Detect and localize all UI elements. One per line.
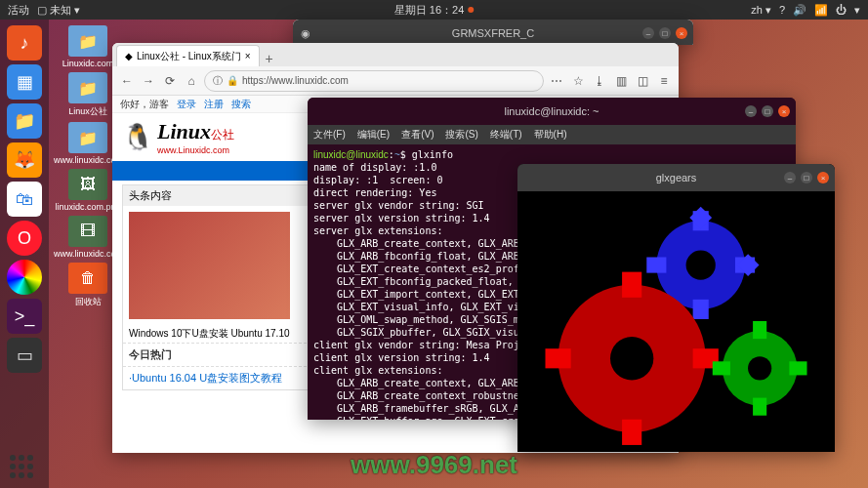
lock-icon: 🔒 — [227, 75, 238, 86]
menu-help[interactable]: 帮助(H) — [534, 128, 567, 142]
back-button[interactable]: ← — [118, 72, 136, 90]
dock-files-icon[interactable]: 📁 — [7, 103, 42, 139]
svg-rect-2 — [693, 300, 709, 319]
menu-edit[interactable]: 编辑(E) — [357, 128, 390, 142]
greeting: 你好，游客 — [120, 98, 169, 111]
terminal-menubar: 文件(F) 编辑(E) 查看(V) 搜索(S) 终端(T) 帮助(H) — [308, 125, 796, 144]
sidebar-icon[interactable]: ◫ — [634, 72, 651, 90]
glxgears-title: glxgears — [656, 172, 697, 183]
minimize-button[interactable]: – — [784, 172, 796, 183]
gnome-topbar: 活动 ▢ 未知 ▾ 星期日 16：24 zh ▾ ? 🔊 📶 ⏻ ▾ — [0, 0, 868, 20]
reload-button[interactable]: ⟳ — [161, 72, 179, 90]
clock[interactable]: 星期日 16：24 — [394, 3, 465, 18]
close-button[interactable]: × — [778, 105, 790, 117]
folder-icon: 📁 — [68, 122, 107, 153]
disc-icon: ◉ — [301, 27, 310, 40]
minimize-button[interactable]: – — [745, 105, 757, 117]
maximize-button[interactable]: □ — [659, 27, 671, 39]
new-tab-button[interactable]: + — [260, 51, 279, 66]
menu-icon[interactable]: ≡ — [655, 72, 673, 90]
close-button[interactable]: × — [817, 172, 829, 183]
dock-firefox-icon[interactable]: 🦊 — [7, 142, 42, 178]
minimize-button[interactable]: – — [642, 27, 654, 39]
video-file-icon: 🎞 — [68, 216, 107, 247]
menu-terminal[interactable]: 终端(T) — [490, 128, 522, 142]
svg-rect-10 — [622, 420, 641, 445]
svg-point-7 — [686, 250, 716, 279]
thumb-caption[interactable]: Windows 10下U盘安装 Ubuntu 17.10 — [129, 328, 290, 339]
input-source[interactable]: zh ▾ — [751, 4, 771, 17]
nautilus-title: GRMSXFRER_C — [452, 27, 534, 39]
system-menu-chevron-icon[interactable]: ▾ — [854, 4, 860, 17]
download-icon[interactable]: ⭳ — [591, 72, 608, 90]
dock: ♪ ▦ 📁 🦊 🛍 O >_ ▭ — [0, 20, 49, 488]
url-bar[interactable]: ⓘ 🔒 https://www.linuxidc.com — [204, 70, 544, 92]
menu-file[interactable]: 文件(F) — [313, 128, 346, 142]
watermark-text: www.9969.net — [351, 450, 517, 480]
shield-icon: ⓘ — [213, 74, 223, 88]
volume-icon[interactable]: 🔊 — [793, 4, 806, 17]
dock-terminal-icon[interactable]: >_ — [7, 299, 42, 334]
maximize-button[interactable]: □ — [762, 105, 773, 117]
app-menu[interactable]: ▢ 未知 ▾ — [37, 3, 80, 18]
dock-software-icon[interactable]: 🛍 — [7, 182, 42, 217]
svg-rect-17 — [713, 361, 730, 375]
terminal-title: linuxidc@linuxidc: ~ — [504, 105, 599, 117]
green-gear-icon — [713, 321, 807, 416]
headline-thumbnail[interactable] — [129, 212, 290, 319]
svg-rect-9 — [622, 272, 641, 298]
svg-rect-18 — [789, 361, 806, 375]
library-icon[interactable]: ▥ — [612, 72, 630, 90]
register-link[interactable]: 注册 — [204, 98, 224, 111]
svg-rect-3 — [646, 258, 666, 273]
glxgears-window[interactable]: glxgears – □ × — [517, 164, 835, 452]
svg-point-13 — [610, 337, 653, 380]
folder-icon: 📁 — [68, 72, 107, 103]
dock-music-icon[interactable]: ♪ — [7, 25, 42, 61]
dock-video-icon[interactable]: ▦ — [7, 64, 42, 100]
penguin-icon: 🐧 — [122, 122, 153, 152]
activities-button[interactable]: 活动 — [8, 3, 29, 18]
close-button[interactable]: × — [676, 27, 687, 39]
login-link[interactable]: 登录 — [177, 98, 196, 111]
dock-opera-icon[interactable]: O — [7, 221, 42, 256]
dock-screenshot-icon[interactable]: ▭ — [7, 338, 42, 373]
nautilus-window[interactable]: ◉ GRMSXFRER_C – □ × — [293, 20, 693, 45]
network-icon[interactable]: 📶 — [814, 4, 828, 17]
nautilus-titlebar[interactable]: ◉ GRMSXFRER_C – □ × — [293, 20, 693, 45]
svg-rect-11 — [545, 348, 570, 368]
menu-search[interactable]: 搜索(S) — [445, 128, 477, 142]
tab-strip: ◆ Linux公社 - Linux系统门 × + — [112, 43, 679, 66]
maximize-button[interactable]: □ — [801, 172, 812, 183]
home-button[interactable]: ⌂ — [183, 72, 200, 90]
search-link[interactable]: 搜索 — [231, 98, 251, 111]
gears-canvas — [517, 191, 835, 452]
help-icon[interactable]: ? — [779, 4, 785, 16]
svg-rect-15 — [753, 321, 766, 339]
image-file-icon: 🖼 — [68, 169, 107, 200]
show-apps-button[interactable] — [10, 455, 33, 478]
trash-icon: 🗑 — [68, 263, 107, 294]
dock-colorpicker-icon[interactable] — [7, 260, 42, 295]
terminal-titlebar[interactable]: linuxidc@linuxidc: ~ – □ × — [308, 98, 796, 125]
notification-dot-icon — [468, 7, 474, 13]
folder-icon: 📁 — [68, 25, 107, 57]
forward-button[interactable]: → — [140, 72, 157, 90]
tab-close-icon[interactable]: × — [245, 51, 251, 61]
svg-rect-16 — [753, 398, 766, 416]
star-icon[interactable]: ☆ — [569, 72, 587, 90]
browser-tab[interactable]: ◆ Linux公社 - Linux系统门 × — [116, 45, 260, 66]
menu-view[interactable]: 查看(V) — [401, 128, 434, 142]
power-icon[interactable]: ⏻ — [836, 4, 847, 16]
glxgears-titlebar[interactable]: glxgears – □ × — [517, 164, 835, 191]
browser-toolbar: ← → ⟳ ⌂ ⓘ 🔒 https://www.linuxidc.com ⋯ ☆… — [112, 66, 679, 96]
favicon-icon: ◆ — [125, 51, 133, 61]
svg-point-19 — [748, 356, 771, 380]
more-icon[interactable]: ⋯ — [548, 72, 565, 90]
